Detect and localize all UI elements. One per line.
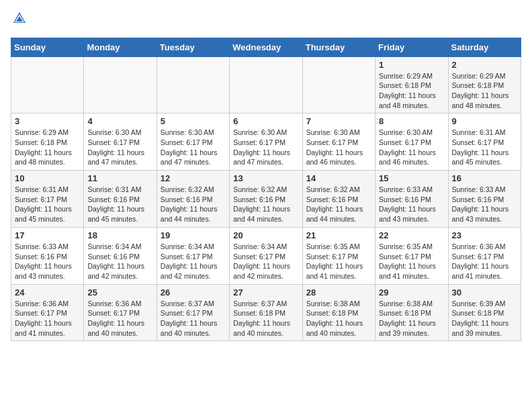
day-info: Sunrise: 6:34 AM Sunset: 6:17 PM Dayligh… xyxy=(161,242,226,281)
day-info: Sunrise: 6:35 AM Sunset: 6:17 PM Dayligh… xyxy=(306,242,371,281)
day-info: Sunrise: 6:34 AM Sunset: 6:17 PM Dayligh… xyxy=(233,242,298,281)
calendar-week-3: 10Sunrise: 6:31 AM Sunset: 6:17 PM Dayli… xyxy=(11,171,521,228)
calendar-cell: 14Sunrise: 6:32 AM Sunset: 6:16 PM Dayli… xyxy=(302,171,375,228)
calendar-cell: 10Sunrise: 6:31 AM Sunset: 6:17 PM Dayli… xyxy=(11,171,84,228)
calendar-cell: 3Sunrise: 6:29 AM Sunset: 6:18 PM Daylig… xyxy=(11,113,84,171)
day-info: Sunrise: 6:38 AM Sunset: 6:18 PM Dayligh… xyxy=(306,299,371,338)
calendar-table: SundayMondayTuesdayWednesdayThursdayFrid… xyxy=(11,38,521,342)
calendar-cell: 4Sunrise: 6:30 AM Sunset: 6:17 PM Daylig… xyxy=(84,113,157,171)
calendar-cell: 5Sunrise: 6:30 AM Sunset: 6:17 PM Daylig… xyxy=(157,113,229,171)
day-info: Sunrise: 6:33 AM Sunset: 6:16 PM Dayligh… xyxy=(452,185,517,224)
day-number: 18 xyxy=(87,230,152,240)
calendar-cell: 1Sunrise: 6:29 AM Sunset: 6:18 PM Daylig… xyxy=(375,56,448,113)
calendar-week-1: 1Sunrise: 6:29 AM Sunset: 6:18 PM Daylig… xyxy=(11,56,521,113)
day-number: 12 xyxy=(161,173,226,183)
calendar-header-saturday: Saturday xyxy=(448,38,521,56)
day-number: 16 xyxy=(452,173,517,183)
calendar-week-4: 17Sunrise: 6:33 AM Sunset: 6:16 PM Dayli… xyxy=(11,227,521,284)
day-info: Sunrise: 6:29 AM Sunset: 6:18 PM Dayligh… xyxy=(15,128,80,167)
calendar-cell: 29Sunrise: 6:38 AM Sunset: 6:18 PM Dayli… xyxy=(375,284,448,341)
day-number: 1 xyxy=(379,60,444,70)
calendar-cell: 23Sunrise: 6:36 AM Sunset: 6:17 PM Dayli… xyxy=(448,227,521,284)
calendar-cell: 17Sunrise: 6:33 AM Sunset: 6:16 PM Dayli… xyxy=(11,227,84,284)
day-number: 2 xyxy=(452,60,517,70)
day-number: 11 xyxy=(87,173,152,183)
calendar-header-tuesday: Tuesday xyxy=(157,38,229,56)
day-number: 9 xyxy=(452,116,517,126)
day-info: Sunrise: 6:29 AM Sunset: 6:18 PM Dayligh… xyxy=(452,71,517,111)
day-number: 23 xyxy=(452,230,517,240)
calendar-cell: 21Sunrise: 6:35 AM Sunset: 6:17 PM Dayli… xyxy=(302,227,375,284)
day-info: Sunrise: 6:34 AM Sunset: 6:16 PM Dayligh… xyxy=(87,242,152,281)
day-info: Sunrise: 6:30 AM Sunset: 6:17 PM Dayligh… xyxy=(379,128,444,167)
logo xyxy=(11,11,27,30)
calendar-week-2: 3Sunrise: 6:29 AM Sunset: 6:18 PM Daylig… xyxy=(11,113,521,171)
page-header xyxy=(11,11,521,30)
calendar-cell: 6Sunrise: 6:30 AM Sunset: 6:17 PM Daylig… xyxy=(230,113,302,171)
day-number: 13 xyxy=(233,173,298,183)
day-number: 3 xyxy=(15,116,80,126)
logo-icon xyxy=(12,11,27,26)
day-number: 21 xyxy=(306,230,371,240)
day-info: Sunrise: 6:37 AM Sunset: 6:18 PM Dayligh… xyxy=(233,299,298,338)
calendar-cell: 13Sunrise: 6:32 AM Sunset: 6:16 PM Dayli… xyxy=(230,171,302,228)
day-number: 28 xyxy=(306,287,371,298)
calendar-cell: 24Sunrise: 6:36 AM Sunset: 6:17 PM Dayli… xyxy=(11,284,84,341)
calendar-cell: 15Sunrise: 6:33 AM Sunset: 6:16 PM Dayli… xyxy=(375,171,448,228)
calendar-header-friday: Friday xyxy=(375,38,448,56)
calendar-header-row: SundayMondayTuesdayWednesdayThursdayFrid… xyxy=(11,38,521,56)
day-info: Sunrise: 6:32 AM Sunset: 6:16 PM Dayligh… xyxy=(233,185,298,224)
calendar-cell xyxy=(302,56,375,113)
calendar-cell: 28Sunrise: 6:38 AM Sunset: 6:18 PM Dayli… xyxy=(302,284,375,341)
day-number: 20 xyxy=(233,230,298,240)
calendar-cell: 27Sunrise: 6:37 AM Sunset: 6:18 PM Dayli… xyxy=(230,284,302,341)
day-info: Sunrise: 6:31 AM Sunset: 6:17 PM Dayligh… xyxy=(452,128,517,167)
calendar-header-monday: Monday xyxy=(84,38,157,56)
day-number: 29 xyxy=(379,287,444,298)
day-info: Sunrise: 6:31 AM Sunset: 6:17 PM Dayligh… xyxy=(15,185,80,224)
calendar-cell xyxy=(157,56,229,113)
calendar-cell: 22Sunrise: 6:35 AM Sunset: 6:17 PM Dayli… xyxy=(375,227,448,284)
calendar-cell xyxy=(11,56,84,113)
calendar-cell: 7Sunrise: 6:30 AM Sunset: 6:17 PM Daylig… xyxy=(302,113,375,171)
calendar-cell: 11Sunrise: 6:31 AM Sunset: 6:16 PM Dayli… xyxy=(84,171,157,228)
day-info: Sunrise: 6:37 AM Sunset: 6:17 PM Dayligh… xyxy=(161,299,226,338)
day-number: 17 xyxy=(15,230,80,240)
calendar-cell: 2Sunrise: 6:29 AM Sunset: 6:18 PM Daylig… xyxy=(448,56,521,113)
day-number: 10 xyxy=(15,173,80,183)
day-number: 26 xyxy=(161,287,226,298)
day-info: Sunrise: 6:32 AM Sunset: 6:16 PM Dayligh… xyxy=(306,185,371,224)
calendar-cell: 26Sunrise: 6:37 AM Sunset: 6:17 PM Dayli… xyxy=(157,284,229,341)
calendar-header-sunday: Sunday xyxy=(11,38,84,56)
day-number: 27 xyxy=(233,287,298,298)
calendar-cell: 9Sunrise: 6:31 AM Sunset: 6:17 PM Daylig… xyxy=(448,113,521,171)
day-info: Sunrise: 6:36 AM Sunset: 6:17 PM Dayligh… xyxy=(15,299,80,338)
day-number: 4 xyxy=(87,116,152,126)
day-number: 14 xyxy=(306,173,371,183)
day-number: 25 xyxy=(87,287,152,298)
day-number: 8 xyxy=(379,116,444,126)
calendar-cell: 12Sunrise: 6:32 AM Sunset: 6:16 PM Dayli… xyxy=(157,171,229,228)
calendar-cell: 20Sunrise: 6:34 AM Sunset: 6:17 PM Dayli… xyxy=(230,227,302,284)
day-number: 7 xyxy=(306,116,371,126)
day-number: 19 xyxy=(161,230,226,240)
calendar-cell: 16Sunrise: 6:33 AM Sunset: 6:16 PM Dayli… xyxy=(448,171,521,228)
day-number: 5 xyxy=(161,116,226,126)
day-info: Sunrise: 6:35 AM Sunset: 6:17 PM Dayligh… xyxy=(379,242,444,281)
calendar-cell xyxy=(84,56,157,113)
day-info: Sunrise: 6:39 AM Sunset: 6:18 PM Dayligh… xyxy=(452,299,517,338)
day-info: Sunrise: 6:32 AM Sunset: 6:16 PM Dayligh… xyxy=(161,185,226,224)
day-info: Sunrise: 6:30 AM Sunset: 6:17 PM Dayligh… xyxy=(161,128,226,167)
calendar-cell: 18Sunrise: 6:34 AM Sunset: 6:16 PM Dayli… xyxy=(84,227,157,284)
day-info: Sunrise: 6:30 AM Sunset: 6:17 PM Dayligh… xyxy=(233,128,298,167)
calendar-week-5: 24Sunrise: 6:36 AM Sunset: 6:17 PM Dayli… xyxy=(11,284,521,341)
day-number: 6 xyxy=(233,116,298,126)
day-info: Sunrise: 6:36 AM Sunset: 6:17 PM Dayligh… xyxy=(87,299,152,338)
day-number: 22 xyxy=(379,230,444,240)
day-info: Sunrise: 6:30 AM Sunset: 6:17 PM Dayligh… xyxy=(87,128,152,167)
day-number: 24 xyxy=(15,287,80,298)
day-info: Sunrise: 6:38 AM Sunset: 6:18 PM Dayligh… xyxy=(379,299,444,338)
calendar-header-wednesday: Wednesday xyxy=(230,38,302,56)
day-info: Sunrise: 6:29 AM Sunset: 6:18 PM Dayligh… xyxy=(379,71,444,111)
day-number: 30 xyxy=(452,287,517,298)
